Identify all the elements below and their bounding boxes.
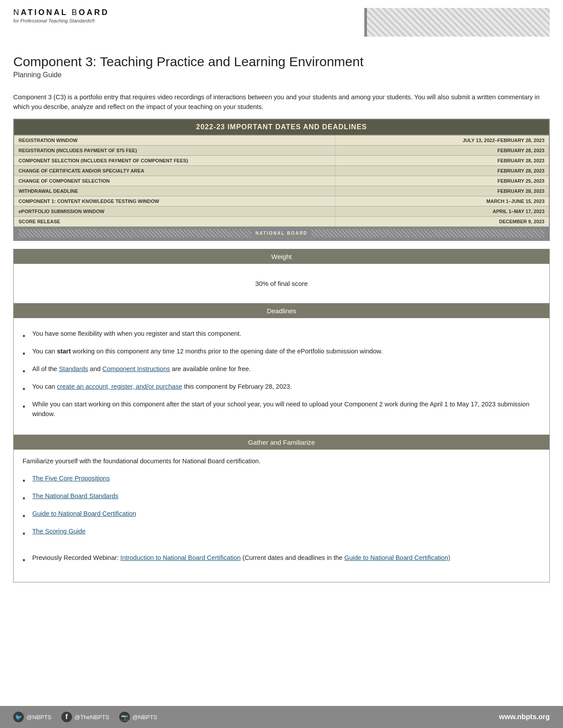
dates-row: COMPONENT 1: CONTENT KNOWLEDGE TESTING W… — [14, 196, 549, 206]
dates-label: SCORE RELEASE — [14, 216, 335, 226]
dates-value: JULY 13, 2022–FEBRUARY 28, 2023 — [335, 135, 549, 146]
dates-label: REGISTRATION WINDOW — [14, 135, 335, 146]
org-name-b: B — [72, 8, 79, 17]
webinar-bullet: • — [23, 555, 30, 567]
twitter-icon: 🐦 — [13, 712, 24, 722]
dates-value: DECEMBER 9, 2023 — [335, 216, 549, 226]
bullet-2: • — [23, 348, 30, 360]
guide-link[interactable]: Guide to National Board Certification) — [344, 554, 450, 561]
gather-intro: Familiarize yourself with the foundation… — [23, 456, 540, 466]
org-name-text: N — [13, 8, 21, 17]
webinar-text: Previously Recorded Webinar: Introductio… — [32, 553, 450, 563]
dates-value: APRIL 1–MAY 17, 2023 — [335, 206, 549, 216]
page-footer: 🐦 @NBPTS f @TheNBPTS 📷 @NBPTS www.nbpts.… — [0, 706, 563, 728]
org-name: NATIONAL BOARD — [13, 8, 109, 17]
deadlines-header: Deadlines — [14, 304, 549, 318]
gather-link-item: •The Five Core Propositions — [23, 474, 540, 487]
gather-bullet: • — [23, 493, 30, 505]
page-subtitle: Planning Guide — [13, 71, 550, 79]
gather-link[interactable]: The Five Core Propositions — [32, 474, 110, 484]
nb-logo-small: NATIONAL BOARD — [255, 231, 307, 236]
gather-link-item: •Guide to National Board Certification — [23, 509, 540, 522]
gather-bullet: • — [23, 528, 30, 540]
webinar-list: • Previously Recorded Webinar: Introduct… — [23, 549, 540, 575]
bullet-1: • — [23, 330, 30, 342]
footer-website: www.nbpts.org — [499, 713, 550, 721]
deadline-text-5: While you can start working on this comp… — [32, 400, 540, 419]
dates-header: 2022-23 IMPORTANT DATES AND DEADLINES — [14, 120, 549, 135]
dates-row: CHANGE OF COMPONENT SELECTIONFEBRUARY 25… — [14, 176, 549, 186]
dates-value: MARCH 1–JUNE 15, 2023 — [335, 196, 549, 206]
standards-link[interactable]: Standards — [59, 365, 88, 372]
dates-table: REGISTRATION WINDOWJULY 13, 2022–FEBRUAR… — [14, 135, 549, 227]
org-tagline: for Professional Teaching Standards® — [13, 18, 109, 23]
twitter-item: 🐦 @NBPTS — [13, 712, 52, 722]
weight-content: 30% of final score — [14, 264, 549, 303]
create-account-link[interactable]: create an account, register, and/or purc… — [57, 383, 182, 390]
dates-value: FEBRUARY 25, 2023 — [335, 176, 549, 186]
deadlines-list: • You have some flexibility with when yo… — [23, 325, 540, 428]
facebook-item: f @TheNBPTS — [61, 712, 110, 722]
deadline-item-1: • You have some flexibility with when yo… — [23, 329, 540, 342]
dates-row: ePORTFOLIO SUBMISSION WINDOWAPRIL 1–MAY … — [14, 206, 549, 216]
footer-social: 🐦 @NBPTS f @TheNBPTS 📷 @NBPTS — [13, 712, 157, 722]
gather-bullet: • — [23, 510, 30, 522]
deadline-text-1: You have some flexibility with when you … — [32, 329, 241, 339]
dates-value: FEBRUARY 28, 2023 — [335, 165, 549, 176]
gather-content: Familiarize yourself with the foundation… — [14, 450, 549, 582]
dates-label: WITHDRAWAL DEADLINE — [14, 186, 335, 196]
spacer — [0, 587, 563, 613]
weight-header: Weight — [14, 249, 549, 264]
dates-row: WITHDRAWAL DEADLINEFEBRUARY 28, 2023 — [14, 186, 549, 196]
page-title: Component 3: Teaching Practice and Learn… — [13, 54, 550, 69]
dates-value: FEBRUARY 28, 2023 — [335, 145, 549, 155]
main-content-box: Weight 30% of final score Deadlines • Yo… — [13, 249, 550, 582]
component-instructions-link[interactable]: Component Instructions — [102, 365, 170, 372]
gather-link[interactable]: The National Board Standards — [32, 492, 118, 501]
dates-row: REGISTRATION (INCLUDES PAYMENT OF $75 FE… — [14, 145, 549, 155]
deadline-text-3: All of the Standards and Component Instr… — [32, 364, 251, 374]
facebook-icon: f — [61, 712, 72, 722]
gather-header: Gather and Familiarize — [14, 435, 549, 450]
deadline-item-3: • All of the Standards and Component Ins… — [23, 364, 540, 378]
gather-link-item: •The National Board Standards — [23, 492, 540, 505]
weight-text: 30% of final score — [23, 270, 540, 296]
dates-label: CHANGE OF CERTIFICATE AND/OR SPECIALTY A… — [14, 165, 335, 176]
dates-row: COMPONENT SELECTION (INCLUDES PAYMENT OF… — [14, 155, 549, 165]
dates-label: ePORTFOLIO SUBMISSION WINDOW — [14, 206, 335, 216]
deadline-item-5: • While you can start working on this co… — [23, 400, 540, 419]
twitter-handle: @NBPTS — [26, 714, 52, 720]
instagram-handle: @NBPTS — [132, 714, 158, 720]
facebook-handle: @TheNBPTS — [75, 714, 110, 720]
gather-link[interactable]: The Scoring Guide — [32, 527, 86, 537]
deadlines-content: • You have some flexibility with when yo… — [14, 318, 549, 435]
deadline-text-4: You can create an account, register, and… — [32, 382, 292, 392]
gather-bullet: • — [23, 475, 30, 487]
gather-list: •The Five Core Propositions•The National… — [23, 469, 540, 549]
dates-label: COMPONENT SELECTION (INCLUDES PAYMENT OF… — [14, 155, 335, 165]
footer-pattern-right — [311, 229, 544, 237]
instagram-item: 📷 @NBPTS — [119, 712, 158, 722]
gather-link[interactable]: Guide to National Board Certification — [32, 509, 136, 519]
footer-pattern-left — [19, 229, 252, 237]
bullet-3: • — [23, 366, 30, 378]
gather-link-item: •The Scoring Guide — [23, 527, 540, 540]
page-header: NATIONAL BOARD for Professional Teaching… — [0, 0, 563, 41]
dates-label: COMPONENT 1: CONTENT KNOWLEDGE TESTING W… — [14, 196, 335, 206]
org-logo: NATIONAL BOARD for Professional Teaching… — [13, 8, 109, 23]
dates-row: SCORE RELEASEDECEMBER 9, 2023 — [14, 216, 549, 226]
dates-row: REGISTRATION WINDOWJULY 13, 2022–FEBRUAR… — [14, 135, 549, 146]
title-section: Component 3: Teaching Practice and Learn… — [0, 41, 563, 83]
webinar-item: • Previously Recorded Webinar: Introduct… — [23, 553, 540, 567]
dates-container: 2022-23 IMPORTANT DATES AND DEADLINES RE… — [13, 119, 550, 241]
bullet-4: • — [23, 383, 30, 395]
header-pattern — [364, 8, 550, 37]
dates-label: REGISTRATION (INCLUDES PAYMENT OF $75 FE… — [14, 145, 335, 155]
instagram-icon: 📷 — [119, 712, 130, 722]
dates-value: FEBRUARY 28, 2023 — [335, 186, 549, 196]
deadline-item-4: • You can create an account, register, a… — [23, 382, 540, 395]
dates-label: CHANGE OF COMPONENT SELECTION — [14, 176, 335, 186]
webinar-link[interactable]: Introduction to National Board Certifica… — [121, 554, 241, 561]
dates-value: FEBRUARY 28, 2023 — [335, 155, 549, 165]
intro-text: Component 3 (C3) is a portfolio entry th… — [0, 83, 563, 119]
